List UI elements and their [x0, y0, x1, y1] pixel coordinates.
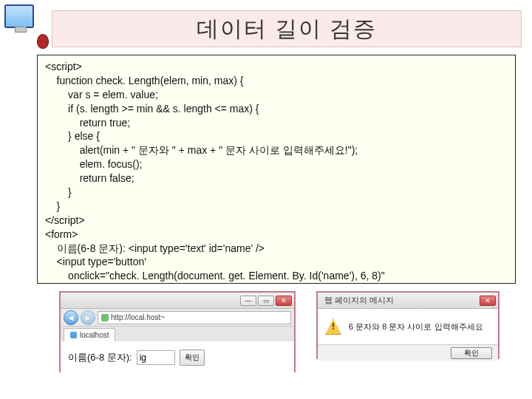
- warning-icon: [325, 318, 341, 335]
- name-input[interactable]: [137, 350, 175, 365]
- alert-message: 6 문자와 8 문자 사이로 입력해주세요: [349, 321, 483, 332]
- form-label: 이름(6-8 문자):: [68, 351, 132, 364]
- browser-window-form: — ▭ ✕ ◄ ► http://local.host~ localhost 이: [59, 291, 296, 372]
- slide: 데이터 길이 검증 <script> function check. Lengt…: [0, 0, 532, 399]
- alert-ok-button[interactable]: 확인: [451, 347, 492, 359]
- tab-row: localhost: [61, 327, 294, 341]
- alert-body: 6 문자와 8 문자 사이로 입력해주세요: [318, 309, 498, 344]
- alert-titlebar: 웹 페이지의 메시지 ✕: [318, 293, 498, 309]
- screenshot-row: — ▭ ✕ ◄ ► http://local.host~ localhost 이: [59, 291, 499, 372]
- alert-close-button[interactable]: ✕: [480, 296, 496, 306]
- tab-icon: [70, 332, 77, 338]
- title-bar: 데이터 길이 검증: [52, 10, 522, 47]
- maximize-button[interactable]: ▭: [258, 296, 274, 306]
- page-content: 이름(6-8 문자): 확인: [61, 341, 294, 374]
- forward-button[interactable]: ►: [81, 310, 95, 325]
- computer-icon: [4, 4, 44, 44]
- monitor-icon: [4, 4, 34, 28]
- confirm-button[interactable]: 확인: [180, 349, 205, 366]
- tab-localhost[interactable]: localhost: [64, 328, 115, 341]
- back-button[interactable]: ◄: [64, 310, 78, 325]
- mouse-icon: [37, 34, 49, 49]
- alert-dialog: 웹 페이지의 메시지 ✕ 6 문자와 8 문자 사이로 입력해주세요 확인: [316, 291, 499, 359]
- alert-title: 웹 페이지의 메시지: [320, 295, 478, 306]
- alert-footer: 확인: [318, 344, 498, 361]
- address-text: http://local.host~: [111, 312, 165, 324]
- address-field[interactable]: http://local.host~: [98, 311, 291, 324]
- minimize-button[interactable]: —: [240, 296, 256, 306]
- code-block: <script> function check. Length(elem, mi…: [37, 55, 516, 284]
- close-button[interactable]: ✕: [276, 296, 292, 306]
- site-icon: [101, 314, 109, 321]
- address-bar: ◄ ► http://local.host~: [61, 309, 294, 327]
- window-titlebar: — ▭ ✕: [61, 293, 294, 309]
- page-title: 데이터 길이 검증: [197, 14, 378, 44]
- tab-label: localhost: [80, 329, 109, 341]
